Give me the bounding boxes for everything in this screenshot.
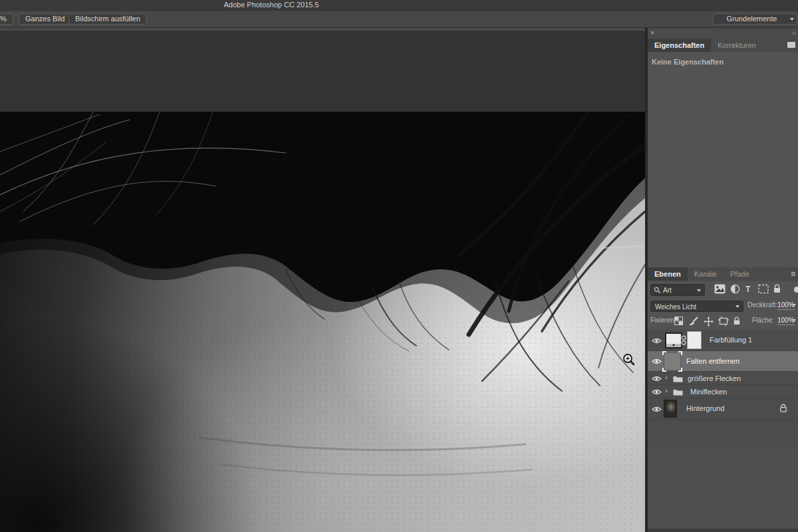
filter-adjustment-layers-icon[interactable] (730, 284, 740, 294)
canvas-pasteboard[interactable] (0, 28, 645, 532)
tab-korrekturen[interactable]: Korrekturen (711, 39, 762, 52)
title-bar: Adobe Photoshop CC 2015.5 (0, 0, 798, 11)
group-disclosure-icon[interactable]: › (665, 386, 668, 394)
close-icon[interactable]: × (650, 29, 654, 37)
lock-position-move-icon[interactable] (704, 317, 714, 327)
blend-opacity-row: Weiches Licht Deckkraft: 100% (648, 299, 798, 314)
visibility-eye-icon[interactable] (652, 337, 662, 344)
blend-mode-select[interactable]: Weiches Licht (650, 301, 743, 312)
visibility-eye-icon[interactable] (652, 388, 662, 396)
layer-list: Farbfüllung 1 Falten entfernen (648, 330, 798, 448)
lock-all-icon[interactable] (733, 317, 741, 326)
layer-name[interactable]: Miniflecken (690, 388, 727, 396)
chevron-down-icon[interactable] (792, 319, 796, 322)
filter-kind-label: Art (663, 285, 672, 296)
app-title: Adobe Photoshop CC 2015.5 (0, 1, 543, 9)
target-bracket (662, 351, 666, 355)
tool-options-bar: 0% Ganzes Bild Bildschirm ausfüllen Grun… (0, 11, 798, 28)
workspace-select-label: Grundelemente (727, 15, 777, 23)
layers-tab-bar: Ebenen Kanäle Pfade ≡ (648, 267, 798, 281)
tab-eigenschaften[interactable]: Eigenschaften (648, 39, 711, 52)
lock-fill-row: Fixieren: (648, 314, 798, 330)
background-layer-thumbnail[interactable] (664, 400, 677, 418)
right-panel-column: × « Eigenschaften Korrekturen Keine Eige… (648, 28, 798, 532)
fill-color-swatch (666, 334, 681, 344)
panel-thumbnail-icon (787, 42, 795, 48)
chevron-down-icon (697, 289, 701, 292)
properties-panel-body: Keine Eigenschaften (648, 52, 798, 267)
folder-icon (673, 388, 683, 396)
properties-panel-header-strip: × « (648, 28, 798, 39)
layer-row-farbfuellung[interactable]: Farbfüllung 1 (648, 330, 798, 351)
layer-name[interactable]: Hintergrund (686, 404, 724, 412)
chevron-down-icon (790, 18, 794, 21)
zoom-percent-button[interactable]: 0% (0, 13, 13, 25)
visibility-eye-icon[interactable] (652, 358, 662, 365)
panel-menu-icon[interactable]: ≡ (791, 269, 795, 279)
search-icon (654, 287, 661, 294)
filter-shape-layers-icon[interactable] (758, 284, 769, 294)
fill-mini-slider-marker (672, 344, 675, 346)
mask-link-icon[interactable] (681, 335, 686, 346)
background-lock-icon[interactable] (779, 404, 787, 413)
lock-row-label: Fixieren: (650, 317, 676, 324)
zoom-in-cursor-icon (622, 352, 636, 367)
canvas-image[interactable] (0, 112, 645, 532)
layers-controls: Art T (648, 281, 798, 330)
tab-kanaele[interactable]: Kanäle (688, 267, 724, 281)
opacity-label: Deckkraft: (747, 301, 777, 309)
chevron-down-icon[interactable] (792, 304, 796, 307)
folder-icon (673, 375, 683, 382)
visibility-eye-icon[interactable] (652, 375, 662, 382)
photoshop-window: Adobe Photoshop CC 2015.5 0% Ganzes Bild… (0, 0, 798, 532)
no-properties-message: Keine Eigenschaften (652, 58, 724, 66)
layer-filter-row: Art T (648, 281, 798, 299)
properties-tab-bar: Eigenschaften Korrekturen (648, 39, 798, 52)
layer-thumbnail-targeted[interactable] (664, 352, 681, 370)
blend-mode-label: Weiches Licht (655, 302, 696, 312)
collapse-panels-icon[interactable]: « (792, 29, 796, 37)
lock-pixels-brush-icon[interactable] (689, 317, 698, 326)
fill-layer-thumbnail[interactable] (665, 332, 682, 348)
tab-ebenen[interactable]: Ebenen (648, 267, 688, 281)
layer-mask-thumbnail[interactable] (687, 331, 702, 349)
fit-image-button[interactable]: Ganzes Bild (19, 13, 71, 25)
layer-row-groessere-flecken[interactable]: › größere Flecken (648, 372, 798, 385)
workspace-select[interactable]: Grundelemente (713, 13, 797, 25)
layer-row-falten-entfernen[interactable]: Falten entfernen (648, 351, 798, 372)
hair-illustration (0, 112, 645, 532)
group-disclosure-icon[interactable]: › (665, 373, 668, 381)
visibility-eye-icon[interactable] (652, 406, 662, 413)
layer-name[interactable]: größere Flecken (688, 374, 741, 382)
layer-row-hintergrund[interactable]: Hintergrund (648, 398, 798, 420)
filter-smart-object-icon[interactable] (773, 284, 781, 294)
target-bracket (678, 351, 682, 355)
tab-pfade[interactable]: Pfade (724, 267, 756, 281)
layer-row-miniflecken[interactable]: › Miniflecken (648, 385, 798, 398)
fill-opacity-label: Fläche: (752, 317, 774, 324)
lock-artboard-icon[interactable] (718, 317, 729, 326)
layer-name[interactable]: Farbfüllung 1 (710, 336, 752, 344)
fill-screen-button[interactable]: Bildschirm ausfüllen (68, 13, 147, 25)
lock-transparency-icon[interactable] (674, 317, 683, 325)
filter-type-layers-icon[interactable]: T (745, 285, 750, 294)
layer-list-empty-area (648, 448, 798, 532)
filter-pixel-layers-icon[interactable] (714, 284, 726, 294)
chevron-down-icon (735, 305, 739, 308)
filter-toggle-icon[interactable] (794, 287, 798, 293)
layer-name[interactable]: Falten entfernen (686, 357, 739, 365)
filter-kind-select[interactable]: Art (650, 284, 705, 296)
